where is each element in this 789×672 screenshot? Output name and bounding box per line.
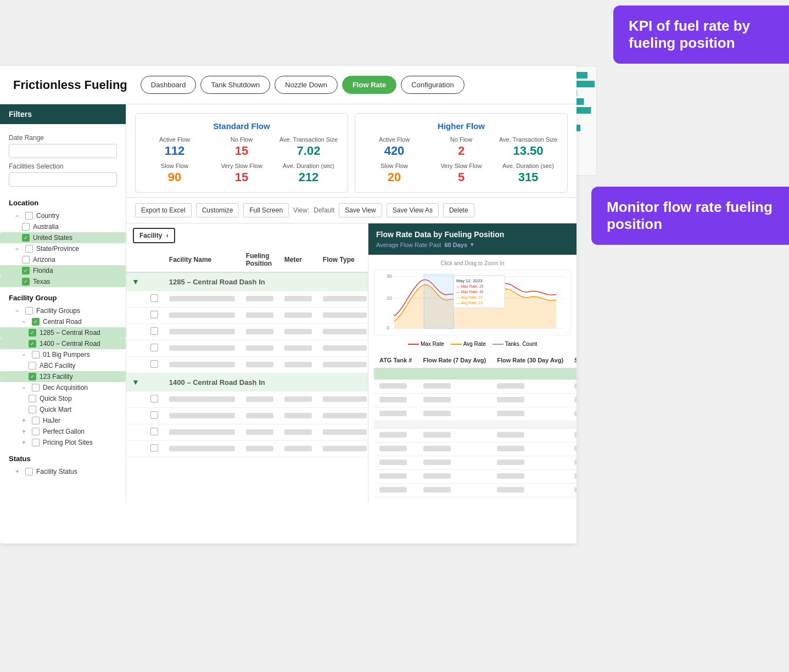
sidebar-filters-section: Date Range Facilities Selection bbox=[0, 124, 126, 192]
bt-col-atg: ATG Tank # bbox=[374, 352, 418, 368]
tab-dashboard[interactable]: Dashboard bbox=[141, 76, 197, 94]
tab-nozzle-down[interactable]: Nozzle Down bbox=[275, 76, 338, 94]
table-row[interactable] bbox=[126, 408, 368, 424]
bt-col-7day: Flow Rate (7 Day Avg) bbox=[418, 352, 492, 368]
sf-ave-duration-value: 212 bbox=[277, 170, 340, 184]
1285-label: 1285 – Central Road bbox=[40, 329, 100, 337]
sf-ave-transaction-label: Ave. Transaction Size bbox=[277, 136, 340, 143]
tree-perfect-gallon[interactable]: + Perfect Gallon bbox=[0, 426, 126, 437]
australia-checkbox[interactable] bbox=[22, 223, 30, 231]
tab-tank-shutdown[interactable]: Tank Shutdown bbox=[200, 76, 270, 94]
tree-1285-central[interactable]: ✓ 1285 – Central Road bbox=[0, 327, 126, 338]
sf-very-slow: Very Slow Flow 15 bbox=[210, 163, 273, 184]
us-checkbox[interactable]: ✓ bbox=[22, 234, 30, 242]
table-section: Facility ‹ Facility Name Fuelin bbox=[126, 223, 368, 503]
country-checkbox[interactable] bbox=[25, 212, 33, 220]
quick-stop-checkbox[interactable] bbox=[29, 395, 36, 402]
tree-123-facility[interactable]: ✓ 123 Facility bbox=[0, 371, 126, 382]
legend-max-rate-label: Max Rate bbox=[421, 341, 444, 347]
1285-checkbox[interactable]: ✓ bbox=[29, 329, 36, 337]
tree-facility-status[interactable]: + Facility Status bbox=[0, 466, 126, 477]
customize-button[interactable]: Customize bbox=[196, 203, 239, 217]
tree-australia[interactable]: Australia bbox=[0, 221, 126, 232]
dec-checkbox[interactable] bbox=[32, 384, 40, 391]
facilities-input[interactable] bbox=[9, 172, 117, 187]
table-row[interactable] bbox=[126, 424, 368, 441]
tree-texas[interactable]: ✓ Texas bbox=[0, 276, 126, 287]
us-label: United States bbox=[33, 234, 72, 242]
facility-filter-label: Facility bbox=[139, 232, 162, 239]
hf-no-flow-value: 2 bbox=[430, 144, 493, 158]
export-excel-button[interactable]: Export to Excel bbox=[135, 203, 192, 217]
nav-tabs: Dashboard Tank Shutdown Nozzle Down Flow… bbox=[141, 76, 465, 94]
hf-no-flow: No Flow 2 bbox=[430, 136, 493, 158]
table-row[interactable] bbox=[126, 291, 368, 307]
tree-arizona[interactable]: Arizona bbox=[0, 254, 126, 265]
perfect-gallon-checkbox[interactable] bbox=[32, 428, 40, 435]
central-road-checkbox[interactable]: ✓ bbox=[32, 318, 40, 326]
bt-col-status: Status bbox=[569, 352, 577, 368]
fullscreen-button[interactable]: Full Screen bbox=[243, 203, 289, 217]
table-row[interactable] bbox=[126, 357, 368, 373]
hf-ave-transaction-value: 13.50 bbox=[497, 144, 559, 158]
save-view-button[interactable]: Save View bbox=[339, 203, 382, 217]
legend-tanks-count: Tanks. Count bbox=[493, 341, 537, 347]
country-toggle[interactable]: − bbox=[15, 212, 22, 219]
tree-quick-stop[interactable]: Quick Stop bbox=[0, 393, 126, 404]
hf-slow-flow-value: 20 bbox=[363, 170, 426, 184]
legend-tanks-count-dot bbox=[493, 344, 503, 345]
tab-configuration[interactable]: Configuration bbox=[401, 76, 464, 94]
svg-text:30: 30 bbox=[387, 273, 392, 279]
tree-united-states[interactable]: ✓ United States bbox=[0, 232, 126, 243]
quick-mart-checkbox[interactable] bbox=[29, 406, 36, 413]
big-pumpers-toggle[interactable]: − bbox=[22, 351, 29, 358]
facility-groups-toggle[interactable]: − bbox=[15, 307, 22, 314]
legend-max-rate-dot bbox=[408, 344, 419, 345]
facility-status-label: Facility Status bbox=[36, 468, 77, 475]
callout-monitor-title: Monitor flow rate fueling position bbox=[607, 199, 774, 233]
florida-checkbox[interactable]: ✓ bbox=[22, 267, 30, 275]
perfect-gallon-label: Perfect Gallon bbox=[43, 428, 85, 435]
hf-ave-duration-value: 315 bbox=[497, 170, 559, 184]
table-row[interactable] bbox=[126, 340, 368, 357]
pricing-plot-checkbox[interactable] bbox=[32, 439, 40, 446]
save-view-as-button[interactable]: Save View As bbox=[387, 203, 439, 217]
texas-checkbox[interactable]: ✓ bbox=[22, 278, 30, 285]
table-row[interactable] bbox=[126, 307, 368, 324]
tree-pricing-plot[interactable]: + Pricing Plot Sites bbox=[0, 437, 126, 448]
col-fueling-position: FuelingPosition bbox=[240, 248, 279, 272]
tab-flow-rate[interactable]: Flow Rate bbox=[342, 76, 396, 94]
delete-button[interactable]: Delete bbox=[443, 203, 474, 217]
tree-quick-mart[interactable]: Quick Mart bbox=[0, 404, 126, 415]
tree-1400-central[interactable]: ✓ 1400 – Central Road bbox=[0, 338, 126, 349]
tree-florida[interactable]: ✓ Florida bbox=[0, 265, 126, 276]
state-checkbox[interactable] bbox=[25, 245, 33, 253]
callout-kpi: KPI of fuel rate by fueling position bbox=[613, 5, 789, 64]
col-arrow bbox=[126, 248, 145, 272]
svg-text:10: 10 bbox=[387, 295, 392, 301]
tree-abc-facility[interactable]: ABC Facility bbox=[0, 360, 126, 371]
sf-slow-flow-label: Slow Flow bbox=[143, 163, 206, 169]
tree-hajer[interactable]: + HaJer bbox=[0, 415, 126, 426]
facility-status-checkbox[interactable] bbox=[25, 468, 33, 475]
facility-groups-checkbox[interactable] bbox=[25, 307, 33, 315]
big-pumpers-checkbox[interactable] bbox=[32, 351, 40, 359]
central-road-toggle[interactable]: − bbox=[22, 318, 29, 325]
chart-days-chevron[interactable]: ▾ bbox=[471, 241, 474, 248]
table-row[interactable] bbox=[126, 441, 368, 457]
table-row[interactable] bbox=[126, 324, 368, 340]
123-checkbox[interactable]: ✓ bbox=[29, 373, 36, 380]
hf-no-flow-label: No Flow bbox=[430, 136, 493, 143]
status-title: Status bbox=[0, 455, 126, 463]
facility-filter-button[interactable]: Facility ‹ bbox=[133, 228, 175, 243]
table-row[interactable] bbox=[126, 391, 368, 408]
date-range-input[interactable] bbox=[9, 144, 117, 158]
abc-checkbox[interactable] bbox=[29, 362, 36, 369]
dec-toggle[interactable]: − bbox=[22, 384, 29, 391]
main-layout: Filters Date Range Facilities Selection … bbox=[0, 104, 577, 503]
state-toggle[interactable]: − bbox=[15, 245, 22, 252]
1400-checkbox[interactable]: ✓ bbox=[29, 340, 36, 348]
hajer-checkbox[interactable] bbox=[32, 417, 40, 424]
sf-active-flow-label: Active Flow bbox=[143, 136, 206, 143]
arizona-checkbox[interactable] bbox=[22, 256, 30, 264]
